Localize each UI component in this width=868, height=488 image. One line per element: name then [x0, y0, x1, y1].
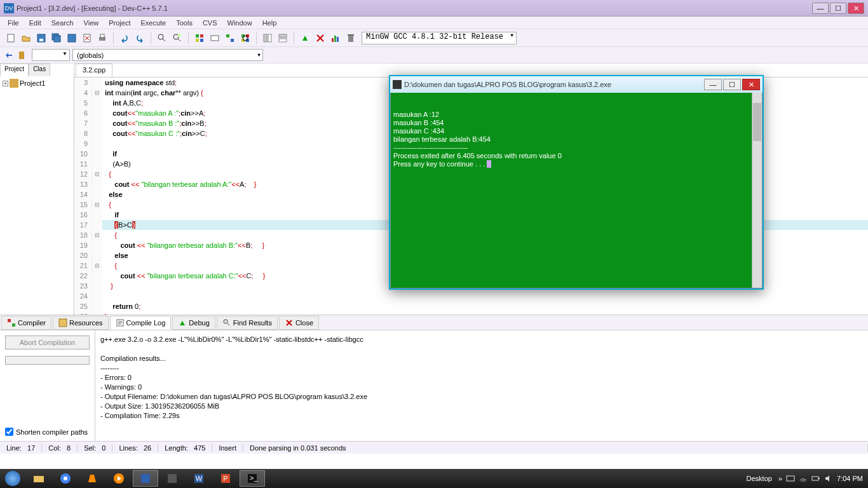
globals-select[interactable]: (globals)	[72, 49, 263, 61]
open-icon[interactable]	[19, 31, 33, 45]
maximize-button[interactable]: ☐	[830, 3, 846, 14]
svg-rect-17	[226, 34, 229, 37]
tab-find-results[interactable]: Find Results	[217, 316, 278, 330]
svg-rect-2	[39, 39, 43, 41]
tray-wifi-icon[interactable]	[799, 474, 808, 483]
taskbar-item-word[interactable]: W	[186, 470, 212, 487]
taskbar-item-vlc[interactable]	[79, 470, 105, 487]
svg-text:W: W	[196, 475, 203, 482]
tray-chevron-icon[interactable]: »	[778, 475, 782, 482]
tree-expand-icon[interactable]: +	[3, 81, 8, 86]
shorten-paths-checkbox[interactable]: Shorten compiler paths	[5, 428, 90, 436]
tray-battery-icon[interactable]	[811, 474, 820, 483]
close-file-icon[interactable]	[80, 31, 94, 45]
taskbar-item-app1[interactable]	[159, 470, 185, 487]
tab-compile-log[interactable]: Compile Log	[110, 316, 172, 330]
svg-rect-5	[68, 34, 76, 42]
start-orb-icon	[5, 471, 20, 486]
abort-compilation-button[interactable]: Abort Compilation	[5, 336, 90, 349]
console-output[interactable]: masukan A :12masukan B :454masukan C :43…	[390, 93, 763, 288]
menu-tools[interactable]: Tools	[171, 18, 198, 28]
sidebar-tab-classes[interactable]: Clas	[29, 64, 50, 76]
compiler-profile-select[interactable]: MinGW GCC 4.8.1 32-bit Release	[362, 32, 517, 44]
profile-icon[interactable]	[329, 31, 342, 45]
window-title: Project1 - [3.2.dev] - [Executing] - Dev…	[17, 4, 812, 12]
menu-search[interactable]: Search	[46, 18, 79, 28]
stop-icon[interactable]	[313, 31, 327, 45]
find-icon[interactable]	[155, 31, 169, 45]
console-minimize-button[interactable]: —	[704, 79, 722, 90]
taskbar-item-explorer[interactable]	[26, 470, 51, 487]
menu-edit[interactable]: Edit	[24, 18, 46, 28]
show-desktop-label[interactable]: Desktop	[747, 475, 772, 482]
debug-tab-icon	[178, 318, 187, 327]
menu-project[interactable]: Project	[104, 18, 135, 28]
svg-rect-31	[348, 36, 353, 42]
save-all-icon[interactable]	[50, 31, 64, 45]
taskbar-item-chrome[interactable]	[53, 470, 78, 487]
tray-action-center-icon[interactable]	[786, 474, 795, 483]
print-icon[interactable]	[95, 31, 109, 45]
svg-rect-13	[200, 34, 203, 37]
menubar: File Edit Search View Project Execute To…	[0, 17, 868, 29]
status-col: Col: 8	[42, 444, 78, 452]
redo-icon[interactable]	[133, 31, 147, 45]
tray-clock[interactable]: 7:04 PM	[837, 475, 863, 482]
line-gutter: 3456789101112131415161718192021222324252…	[74, 78, 92, 315]
new-file-icon[interactable]	[4, 31, 18, 45]
svg-rect-8	[100, 34, 104, 37]
close-button[interactable]: ✕	[848, 3, 864, 14]
system-tray: Desktop » 7:04 PM	[742, 474, 868, 483]
menu-view[interactable]: View	[79, 18, 104, 28]
delete-icon[interactable]	[344, 31, 358, 45]
bookmark-icon[interactable]	[17, 50, 27, 60]
layout-icon[interactable]	[276, 31, 290, 45]
close-tab-icon	[285, 318, 294, 327]
taskbar-item-console[interactable]: >_	[240, 470, 265, 487]
tab-resources[interactable]: Resources	[53, 316, 109, 330]
tray-volume-icon[interactable]	[824, 474, 833, 483]
goto-icon[interactable]	[4, 50, 14, 60]
start-button[interactable]	[0, 469, 25, 488]
status-lines: Lines: 26	[112, 444, 158, 452]
compile-icon[interactable]	[193, 31, 207, 45]
svg-rect-33	[19, 51, 24, 59]
fold-gutter[interactable]: ⊟⊟⊟⊟⊟	[92, 78, 102, 315]
rebuild-icon[interactable]	[238, 31, 252, 45]
menu-cvs[interactable]: CVS	[198, 18, 222, 28]
menu-window[interactable]: Window	[222, 18, 257, 28]
minimize-button[interactable]: —	[812, 3, 829, 14]
console-window[interactable]: D:\dokumen dan tugas\ALPRO POS BLOG\prog…	[389, 75, 764, 290]
compile-run-icon[interactable]	[223, 31, 237, 45]
console-close-button[interactable]: ✕	[742, 79, 760, 90]
undo-icon[interactable]	[118, 31, 132, 45]
svg-rect-39	[34, 476, 44, 482]
tab-compiler[interactable]: Compiler	[1, 316, 51, 330]
compiler-tab-icon	[7, 318, 16, 327]
run-icon[interactable]	[208, 31, 222, 45]
save-icon[interactable]	[34, 31, 48, 45]
save-as-icon[interactable]	[65, 31, 79, 45]
menu-file[interactable]: File	[3, 18, 24, 28]
taskbar-item-devcpp[interactable]	[133, 470, 158, 487]
console-title: D:\dokumen dan tugas\ALPRO POS BLOG\prog…	[404, 81, 703, 88]
tab-close[interactable]: Close	[279, 316, 319, 330]
svg-rect-51	[787, 476, 794, 481]
taskbar-item-wmp[interactable]	[106, 470, 132, 487]
class-scope-select[interactable]	[32, 49, 70, 61]
menu-help[interactable]: Help	[257, 18, 282, 28]
toggle-icon[interactable]	[261, 31, 275, 45]
tree-root[interactable]: + Project1	[3, 79, 71, 88]
taskbar-item-powerpoint[interactable]: P	[213, 470, 238, 487]
tab-debug[interactable]: Debug	[172, 316, 215, 330]
console-titlebar[interactable]: D:\dokumen dan tugas\ALPRO POS BLOG\prog…	[390, 76, 763, 93]
console-icon	[393, 80, 402, 89]
replace-icon[interactable]	[170, 31, 184, 45]
console-maximize-button[interactable]: ☐	[723, 79, 741, 90]
menu-execute[interactable]: Execute	[135, 18, 171, 28]
debug-icon[interactable]	[298, 31, 312, 45]
compile-log-text[interactable]: g++.exe 3.2.o -o 3.2.exe -L"%LibDir0%" -…	[95, 330, 868, 441]
sidebar-tab-project[interactable]: Project	[0, 64, 29, 76]
editor-tab[interactable]: 3.2.cpp	[76, 64, 112, 77]
console-scrollbar[interactable]	[752, 93, 762, 288]
